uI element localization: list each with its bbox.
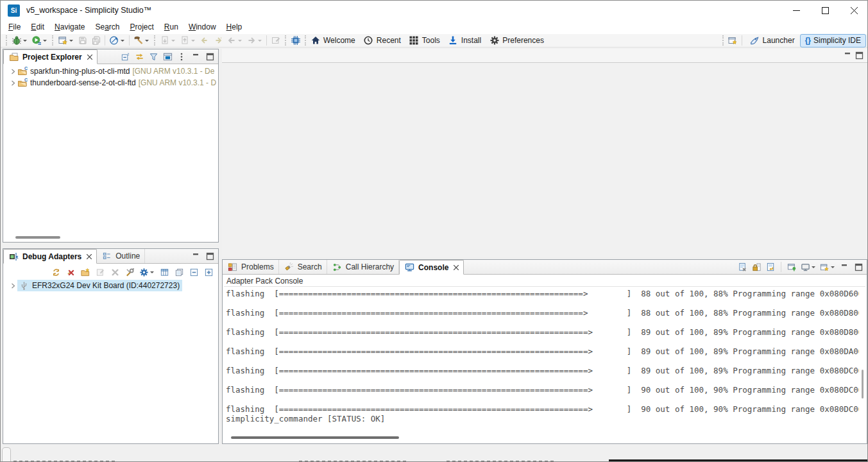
new-wizard-dropdown[interactable]	[69, 40, 73, 42]
next-annotation-button[interactable]	[158, 34, 178, 47]
run-dropdown[interactable]	[43, 40, 47, 42]
maximize-view-button[interactable]	[204, 251, 216, 261]
maximize-view-button[interactable]	[853, 262, 864, 272]
project-explorer-tabbar: Project Explorer	[3, 49, 218, 64]
run-button[interactable]	[30, 34, 49, 47]
tab-console[interactable]: Console	[399, 260, 464, 275]
si-view-icon[interactable]	[162, 51, 173, 62]
minimize-view-button[interactable]	[842, 51, 853, 61]
collapse-all-button[interactable]	[119, 51, 131, 62]
menu-edit[interactable]: Edit	[26, 21, 49, 33]
recent-button[interactable]: Recent	[362, 34, 402, 47]
tab-debug-adapters[interactable]: Debug Adapters	[3, 249, 97, 264]
minimize-view-button[interactable]	[190, 251, 201, 261]
save-all-button[interactable]	[89, 34, 103, 47]
build-button[interactable]	[132, 34, 151, 47]
adapter-settings-dropdown[interactable]	[150, 271, 154, 273]
view-menu-icon[interactable]	[176, 51, 187, 62]
menu-search[interactable]: Search	[90, 21, 124, 33]
prev-annotation-button[interactable]	[178, 34, 198, 47]
back-history-dropdown[interactable]	[238, 40, 242, 42]
tab-problems[interactable]: Problems	[223, 260, 279, 274]
last-edit-location-button[interactable]	[198, 34, 211, 47]
copy-view-button[interactable]	[173, 267, 185, 277]
scroll-lock-button[interactable]	[751, 262, 762, 272]
tab-call-hierarchy[interactable]: Call Hierarchy	[327, 260, 399, 274]
simplicity-studio-window: Si v5_workspace - Simplicity Studio™ Fil…	[0, 0, 868, 462]
perspective-launcher[interactable]: Launcher	[744, 34, 800, 47]
menu-run[interactable]: Run	[159, 21, 183, 33]
build-dropdown[interactable]	[145, 40, 149, 42]
clear-console-button[interactable]	[736, 262, 748, 272]
save-button[interactable]	[76, 34, 89, 47]
pin-console-button[interactable]	[786, 262, 797, 272]
menu-file[interactable]: File	[3, 21, 26, 33]
adapter-settings-button[interactable]	[139, 267, 155, 277]
minimize-view-button[interactable]	[190, 51, 201, 62]
open-perspective-button[interactable]	[726, 34, 740, 47]
display-console-button[interactable]	[800, 262, 817, 272]
tab-search[interactable]: Search	[279, 260, 327, 274]
chevron-right-icon[interactable]	[8, 69, 17, 74]
back-history-button[interactable]	[225, 34, 244, 47]
connect-refresh-button[interactable]	[50, 267, 62, 277]
tab-outline[interactable]: Outline	[97, 249, 145, 263]
debug-target-button[interactable]	[107, 34, 127, 47]
collapse-all-button[interactable]	[188, 267, 200, 277]
close-icon[interactable]	[87, 53, 92, 62]
install-button[interactable]: Install	[447, 34, 482, 47]
forward-history-button[interactable]	[244, 34, 264, 47]
tools-button[interactable]: Tools	[407, 34, 441, 47]
window-close-button[interactable]	[840, 1, 868, 20]
welcome-button[interactable]: Welcome	[309, 34, 357, 47]
link-with-editor-button[interactable]	[269, 34, 282, 47]
display-console-dropdown[interactable]	[812, 266, 815, 268]
debug-button[interactable]	[10, 34, 30, 47]
columns-button[interactable]	[158, 267, 170, 277]
next-edit-location-button[interactable]	[211, 34, 225, 47]
menu-window[interactable]: Window	[183, 21, 221, 33]
tree-row-adapter[interactable]: EFR32xG24 Dev Kit Board (ID:440272723)	[3, 280, 218, 291]
open-console-button[interactable]	[819, 262, 836, 272]
perspective-simplicity-ide[interactable]: {}Simplicity IDE	[800, 34, 866, 47]
preferences-button[interactable]: Preferences	[488, 34, 545, 47]
window-maximize-button[interactable]	[811, 1, 840, 20]
link-with-editor-toggle[interactable]	[133, 51, 145, 62]
debug-target-dropdown[interactable]	[121, 40, 124, 42]
close-icon[interactable]	[454, 263, 459, 272]
tree-row-project-2[interactable]: C thunderboard-sense-2-ot-cli-ftd [GNU A…	[3, 77, 218, 89]
window-minimize-button[interactable]	[782, 1, 811, 20]
expand-all-button[interactable]	[203, 267, 214, 277]
title-bar: Si v5_workspace - Simplicity Studio™	[1, 1, 868, 20]
maximize-view-button[interactable]	[204, 51, 216, 62]
console-horizontal-scrollbar[interactable]	[231, 436, 399, 439]
open-console-dropdown[interactable]	[831, 266, 835, 268]
trim-restore-widget[interactable]	[2, 447, 11, 462]
maximize-view-button[interactable]	[853, 51, 865, 61]
rename-button[interactable]	[94, 267, 106, 277]
word-wrap-button[interactable]	[765, 262, 776, 272]
device-tools-button[interactable]	[124, 267, 135, 277]
delete-button[interactable]	[109, 267, 121, 277]
debug-dropdown[interactable]	[23, 40, 27, 42]
prev-annotation-dropdown[interactable]	[191, 40, 195, 42]
disconnect-button[interactable]	[65, 267, 76, 277]
chevron-right-icon[interactable]	[8, 283, 17, 289]
menu-navigate[interactable]: Navigate	[49, 21, 90, 33]
minimize-view-button[interactable]	[838, 262, 850, 272]
device-flash-button[interactable]	[289, 34, 302, 47]
close-icon[interactable]	[87, 252, 92, 261]
tab-project-explorer[interactable]: Project Explorer	[3, 49, 98, 64]
menu-project[interactable]: Project	[124, 21, 158, 33]
horizontal-scrollbar[interactable]	[15, 236, 60, 239]
filter-icon[interactable]	[148, 51, 159, 62]
next-annotation-dropdown[interactable]	[171, 40, 175, 42]
forward-history-dropdown[interactable]	[258, 40, 262, 42]
adapter-tree: EFR32xG24 Dev Kit Board (ID:440272723)	[3, 280, 218, 443]
new-wizard-button[interactable]	[56, 34, 76, 47]
menu-help[interactable]: Help	[221, 21, 248, 33]
tree-row-project-1[interactable]: C sparkfun-thing-plus-ot-cli-mtd [GNU AR…	[3, 65, 218, 77]
console-vertical-scrollbar[interactable]	[862, 370, 864, 398]
chevron-right-icon[interactable]	[8, 80, 17, 86]
new-group-button[interactable]	[80, 267, 91, 277]
